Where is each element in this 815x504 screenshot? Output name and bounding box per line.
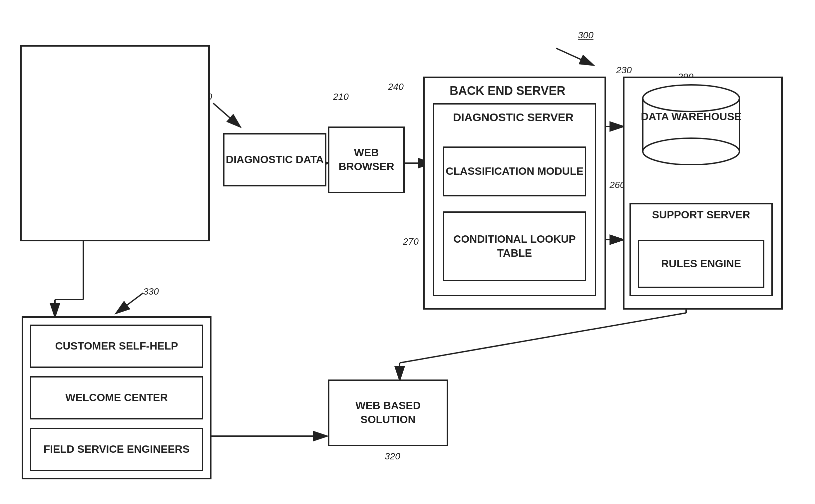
ref-330: 330	[143, 286, 159, 297]
conditional-lookup-table-box: CONDITIONAL LOOKUP TABLE	[443, 211, 586, 281]
ref-210: 210	[333, 92, 349, 102]
svg-line-17	[117, 293, 143, 313]
svg-line-11	[400, 313, 686, 363]
web-based-solution-label: WEB BASED SOLUTION	[329, 399, 447, 426]
diagnostic-server-label: DIAGNOSTIC SERVER	[453, 110, 574, 125]
rules-engine-box: RULES ENGINE	[638, 240, 764, 288]
welcome-center-box: WELCOME CENTER	[30, 376, 203, 419]
svg-line-18	[213, 103, 240, 126]
back-end-server-label: BACK END SERVER	[450, 83, 565, 99]
ref-300: 300	[578, 30, 594, 41]
svg-point-43	[643, 138, 739, 165]
field-service-engineers-box: FIELD SERVICE ENGINEERS	[30, 428, 203, 471]
svg-line-19	[556, 48, 593, 65]
web-based-solution-box: WEB BASED SOLUTION	[328, 379, 448, 446]
ref-230: 230	[616, 65, 632, 76]
person-printer-box	[20, 45, 210, 241]
field-service-engineers-label: FIELD SERVICE ENGINEERS	[44, 442, 190, 456]
diagnostic-data-label: DIAGNOSTIC DATA	[226, 153, 324, 167]
data-warehouse-label: DATA WAREHOUSE	[633, 110, 749, 124]
conditional-lookup-table-label: CONDITIONAL LOOKUP TABLE	[444, 232, 585, 260]
web-browser-label: WEB BROWSER	[329, 146, 403, 173]
classification-module-label: CLASSIFICATION MODULE	[446, 164, 584, 178]
web-browser-box: WEB BROWSER	[328, 126, 405, 193]
rules-engine-label: RULES ENGINE	[661, 257, 741, 271]
ref-320: 320	[385, 451, 400, 462]
diagram-container: 300 340 310 210 240 230 290 260 250 270 …	[0, 0, 815, 504]
welcome-center-label: WELCOME CENTER	[65, 391, 168, 405]
ref-270: 270	[403, 236, 419, 247]
svg-point-42	[643, 85, 739, 112]
ref-240: 240	[388, 82, 404, 92]
classification-module-box: CLASSIFICATION MODULE	[443, 146, 586, 196]
customer-self-help-box: CUSTOMER SELF-HELP	[30, 325, 203, 368]
diagnostic-data-box: DIAGNOSTIC DATA	[223, 133, 326, 186]
support-server-label: SUPPORT SERVER	[633, 208, 769, 222]
customer-self-help-label: CUSTOMER SELF-HELP	[55, 339, 178, 353]
